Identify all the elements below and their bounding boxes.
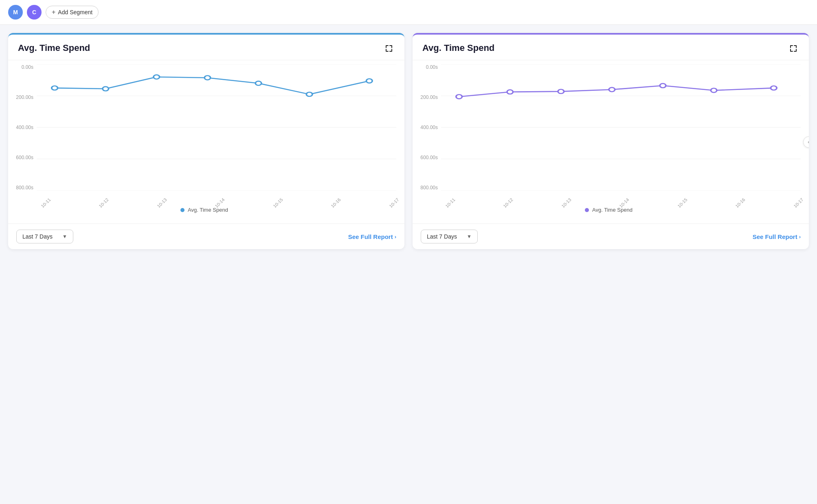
y-axis-label: 0.00s [12, 64, 37, 70]
card-header: Avg. Time Spend [413, 35, 809, 60]
card-title: Avg. Time Spend [18, 43, 90, 53]
main-content: Avg. Time Spend 800.00s600.00s400.00s200… [0, 25, 817, 257]
chart-area: 800.00s600.00s400.00s200.00s0.00s10-1110… [413, 60, 809, 224]
legend-label: Avg. Time Spend [188, 207, 228, 213]
chart-area: 800.00s600.00s400.00s200.00s0.00s10-1110… [8, 60, 404, 224]
legend-dot [585, 208, 589, 212]
svg-point-20 [609, 88, 615, 92]
svg-point-5 [52, 86, 58, 90]
card-header: Avg. Time Spend [8, 35, 404, 60]
dropdown-label: Last 7 Days [22, 233, 53, 240]
card-title: Avg. Time Spend [422, 43, 494, 53]
svg-point-21 [660, 83, 666, 88]
expand-icon[interactable] [383, 43, 395, 56]
right-chevron-icon: › [395, 234, 396, 240]
svg-point-19 [558, 89, 564, 93]
chart-plot [37, 64, 396, 191]
right-chevron-icon: › [799, 234, 801, 240]
add-segment-button[interactable]: + Add Segment [46, 6, 99, 19]
legend-dot [180, 208, 184, 212]
chevron-down-icon: ▼ [62, 234, 67, 239]
plus-icon: + [52, 9, 55, 16]
y-axis-label: 200.00s [417, 94, 441, 100]
y-axis-label: 400.00s [12, 125, 37, 130]
top-bar: M C + Add Segment [0, 0, 817, 25]
chart-card-1: Avg. Time Spend 800.00s600.00s400.00s200… [413, 33, 809, 249]
see-full-report-label: See Full Report [348, 233, 393, 240]
card-footer: Last 7 Days▼See Full Report› [8, 224, 404, 249]
svg-point-22 [711, 88, 717, 92]
svg-point-6 [103, 87, 109, 91]
avatar-c[interactable]: C [27, 5, 42, 20]
avatar-m[interactable]: M [8, 5, 23, 20]
dropdown-label: Last 7 Days [427, 233, 457, 240]
see-full-report-link[interactable]: See Full Report› [348, 233, 396, 240]
svg-point-18 [507, 90, 513, 94]
expand-icon[interactable] [788, 43, 799, 56]
y-axis-label: 600.00s [12, 155, 37, 160]
y-axis-label: 200.00s [12, 94, 37, 100]
svg-point-10 [306, 92, 312, 96]
see-full-report-link[interactable]: See Full Report› [753, 233, 801, 240]
days-dropdown[interactable]: Last 7 Days▼ [16, 230, 73, 243]
svg-point-7 [154, 75, 160, 79]
card-footer: Last 7 Days▼See Full Report› [413, 224, 809, 249]
chart-card-0: Avg. Time Spend 800.00s600.00s400.00s200… [8, 33, 404, 249]
y-axis-label: 800.00s [12, 185, 37, 191]
svg-point-9 [255, 81, 261, 85]
chevron-down-icon: ▼ [467, 234, 472, 239]
days-dropdown[interactable]: Last 7 Days▼ [421, 230, 478, 243]
y-axis-label: 800.00s [417, 185, 441, 191]
y-axis-label: 0.00s [417, 64, 441, 70]
svg-point-23 [771, 86, 777, 90]
svg-point-17 [456, 94, 462, 99]
y-axis-label: 400.00s [417, 125, 441, 130]
svg-point-8 [204, 76, 211, 80]
see-full-report-label: See Full Report [753, 233, 797, 240]
chart-legend: Avg. Time Spend [417, 203, 801, 219]
add-segment-label: Add Segment [58, 9, 92, 15]
y-axis-label: 600.00s [417, 155, 441, 160]
chart-plot [441, 64, 801, 191]
svg-point-11 [366, 79, 372, 83]
chart-legend: Avg. Time Spend [12, 203, 396, 219]
legend-label: Avg. Time Spend [592, 207, 633, 213]
